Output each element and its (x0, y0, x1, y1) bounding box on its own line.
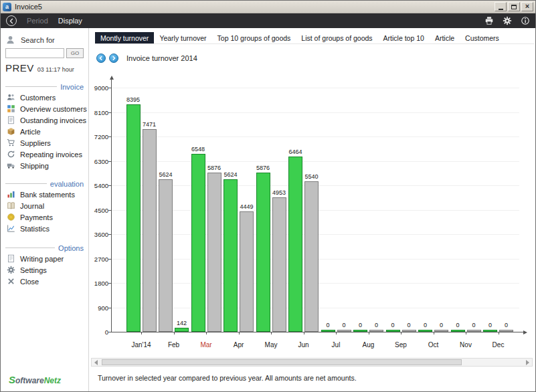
prev-year-button[interactable] (96, 54, 106, 63)
maximize-button[interactable] (508, 2, 520, 11)
search-input[interactable] (5, 48, 64, 58)
scrollbar-thumb[interactable] (102, 359, 462, 365)
sidebar-item-repeating-invoices[interactable]: Repeating invoices (1, 149, 88, 160)
tab-article-top10[interactable]: Article top 10 (378, 32, 430, 43)
writing-paper-icon (7, 254, 15, 263)
x-axis (111, 332, 523, 332)
bar-previous-year (304, 181, 319, 332)
menu-period[interactable]: Period (27, 17, 48, 25)
section-header-options: Options (1, 243, 88, 253)
payments-icon (7, 213, 15, 221)
bar-current-year (418, 330, 432, 332)
gear-icon[interactable] (503, 16, 512, 25)
turnover-bar-chart: 0900180027003600450054006300720081009000… (90, 68, 536, 369)
sidebar-item-outstanding-invoices[interactable]: Oustanding invoices (1, 114, 88, 126)
bar-current-year (321, 330, 335, 332)
y-axis-label: 9000 (90, 84, 108, 92)
bar-current-year (126, 104, 141, 332)
sidebar: Search for GO PREV 03 11:17 hour Invoice… (1, 28, 89, 391)
tab-article[interactable]: Article (430, 32, 460, 43)
suppliers-icon (7, 138, 15, 147)
printer-icon[interactable] (484, 16, 494, 25)
x-tick (434, 332, 434, 334)
article-icon (7, 127, 15, 136)
tab-yearly-turnover[interactable]: Yearly turnover (154, 32, 211, 43)
sidebar-item-close[interactable]: Close (1, 276, 88, 287)
tab-customers[interactable]: Customers (460, 32, 505, 43)
tab-top10-groups[interactable]: Top 10 groups of goods (212, 32, 296, 43)
bar-current-year (483, 330, 497, 332)
x-axis-label: Dec (478, 341, 519, 349)
y-axis-label: 6300 (90, 158, 108, 165)
minimize-icon (499, 9, 503, 10)
sidebar-item-article[interactable]: Article (1, 126, 88, 137)
scroll-left-icon[interactable] (94, 360, 98, 365)
minimize-button[interactable] (495, 2, 507, 11)
x-tick (206, 332, 207, 334)
sidebar-item-overview-customers[interactable]: Overview customers (1, 103, 88, 114)
window-title: Invoice5 (15, 3, 42, 11)
next-year-button[interactable] (109, 54, 118, 63)
repeating-invoices-icon (7, 150, 15, 159)
y-axis-label: 1800 (90, 280, 108, 287)
arrow-left-icon (98, 55, 104, 62)
bar-value-label: 6548 (185, 146, 211, 153)
tab-bar: Montly turnover Yearly turnover Top 10 g… (95, 32, 534, 44)
bar-current-year (256, 173, 270, 332)
app-window: a Invoice5 × Period Display Search for G… (0, 0, 536, 392)
bar-value-label: 5624 (217, 171, 244, 178)
y-axis-label: 8100 (90, 109, 108, 116)
info-icon[interactable] (521, 16, 530, 25)
settings-gear-icon (7, 266, 15, 274)
go-button[interactable]: GO (66, 48, 84, 58)
app-icon: a (3, 3, 11, 11)
section-header-invoice: Invoice (1, 82, 88, 92)
sidebar-item-payments[interactable]: Payments (1, 211, 88, 223)
bar-current-year (386, 330, 400, 332)
outstanding-invoices-icon (7, 116, 15, 124)
bar-previous-year (499, 330, 513, 332)
sidebar-item-shipping[interactable]: Shipping (1, 160, 88, 171)
close-button[interactable]: × (521, 2, 533, 11)
sidebar-item-writing-paper[interactable]: Writing paper (1, 253, 88, 264)
bar-current-year (451, 330, 465, 332)
bar-current-year (288, 157, 302, 332)
close-icon: × (525, 3, 529, 10)
horizontal-scrollbar[interactable] (91, 358, 533, 367)
x-tick (304, 332, 304, 334)
customers-icon (7, 93, 15, 102)
softwarenetz-logo: SoftwareNetz (9, 374, 61, 385)
bar-previous-year (369, 330, 383, 332)
sidebar-item-statistics[interactable]: Statistics (1, 223, 88, 234)
maximize-icon (511, 5, 517, 9)
sidebar-item-suppliers[interactable]: Suppliers (1, 137, 88, 149)
x-axis-arrow (523, 330, 527, 334)
bar-current-year (175, 328, 189, 332)
shipping-icon (7, 161, 15, 170)
scroll-right-icon[interactable] (526, 360, 529, 365)
arrow-right-icon (110, 55, 117, 62)
search-label: Search for (21, 36, 55, 44)
bar-previous-year (337, 330, 351, 332)
bar-value-label: 5624 (153, 171, 179, 178)
titlebar: a Invoice5 × (1, 1, 535, 13)
menu-display[interactable]: Display (58, 17, 82, 25)
sidebar-item-journal[interactable]: Journal (1, 200, 88, 211)
gridline (111, 136, 519, 137)
sidebar-item-settings[interactable]: Settings (1, 264, 88, 276)
bar-value-label: 8395 (120, 96, 147, 103)
sidebar-item-customers[interactable]: Customers (1, 92, 88, 103)
back-button[interactable] (6, 15, 17, 26)
x-tick (336, 332, 337, 334)
sidebar-item-bank-statements[interactable]: Bank statements (1, 189, 88, 200)
tab-list-groups[interactable]: List of groups of goods (296, 32, 377, 43)
section-header-evaluation: evaluation (1, 179, 88, 189)
bank-statements-icon (7, 190, 15, 199)
bar-previous-year (402, 330, 416, 332)
prev-label: PREV (5, 62, 34, 74)
prev-time-label: 03 11:17 hour (37, 66, 74, 73)
tab-monthly-turnover[interactable]: Montly turnover (95, 32, 154, 43)
bar-previous-year (207, 173, 221, 332)
back-arrow-icon (8, 17, 15, 25)
y-axis-label: 0 (90, 328, 108, 336)
